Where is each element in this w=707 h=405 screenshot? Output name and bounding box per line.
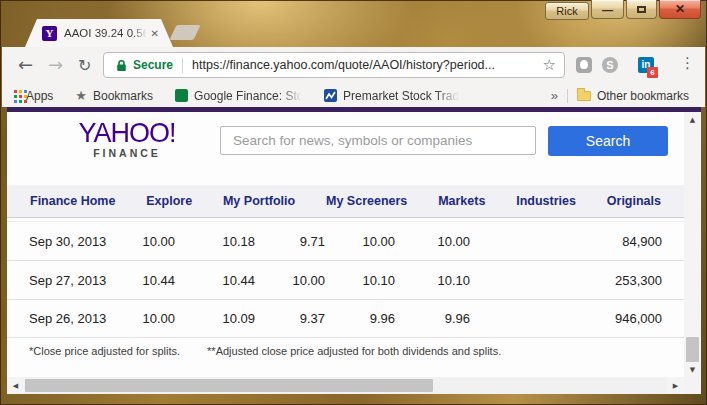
bookmarks-divider [567,89,568,103]
close-button[interactable]: ✕ [659,0,701,19]
footnote-adjusted: **Adjusted close price adjusted for both… [207,345,501,357]
cell-close: 9.96 [325,311,395,326]
address-bar[interactable]: Secure https://finance.yahoo.com/quote/A… [103,52,565,78]
finance-wordmark: FINANCE [69,147,185,159]
history-table: Sep 30, 2013 10.00 10.18 9.71 10.00 10.0… [7,221,684,338]
profile-button[interactable]: Rick [545,2,589,20]
cell-low: 10.00 [255,273,325,288]
cell-close: 10.10 [325,273,395,288]
refresh-icon[interactable]: ↻ [78,56,91,76]
bookmark-bookmarks[interactable]: Bookmarks [93,89,153,103]
back-icon[interactable]: ← [18,55,33,75]
tab-close-icon[interactable]: ✕ [151,28,159,39]
minimize-button[interactable]: — [591,0,624,19]
premarket-icon [324,89,337,102]
scroll-left-icon[interactable]: ◀ [7,377,24,394]
cell-close: 10.00 [325,234,395,249]
maximize-button[interactable] [626,0,657,19]
bookmark-apps[interactable]: Apps [26,89,53,103]
bookmark-premarket[interactable]: Premarket Stock Trad [343,89,459,103]
yahoo-favicon-icon: Y [42,26,57,41]
chrome-menu-icon[interactable]: ⋮ [680,54,695,72]
cell-date: Sep 30, 2013 [29,234,136,249]
cell-open: 10.44 [136,273,175,288]
notification-badge: 6 [647,67,658,78]
table-row: Sep 30, 2013 10.00 10.18 9.71 10.00 10.0… [7,221,684,260]
cell-adj-close: 10.10 [395,273,470,288]
secure-label: Secure [133,58,173,72]
nav-explore[interactable]: Explore [146,194,192,208]
yahoo-wordmark: YAHOO! [69,118,185,147]
browser-tab[interactable]: Y AAOI 39.24 0.56 1.44% : A ✕ [25,19,173,47]
google-finance-icon [175,89,188,102]
maximize-icon [637,6,646,13]
cell-volume: 946,000 [470,311,662,326]
cell-open: 10.00 [136,311,175,326]
new-tab-button[interactable] [170,25,201,40]
vertical-scrollbar[interactable]: ▲ ▼ [684,112,701,377]
nav-my-screeners[interactable]: My Screeners [326,194,407,208]
cell-high: 10.09 [175,311,255,326]
scrollbar-corner [684,377,701,394]
lock-icon [116,59,127,72]
nav-originals[interactable]: Originals [607,194,661,208]
bookmarks-bar: Apps ★ Bookmarks Google Finance: Stoc Pr… [2,84,705,107]
table-row: Sep 27, 2013 10.44 10.44 10.00 10.10 10.… [7,260,684,299]
table-row: Sep 26, 2013 10.00 10.09 9.37 9.96 9.96 … [7,299,684,338]
vertical-scroll-thumb[interactable] [686,337,699,363]
nav-finance-home[interactable]: Finance Home [30,194,115,208]
footnote-splits: *Close price adjusted for splits. [29,345,180,357]
cell-volume: 84,900 [470,234,662,249]
cell-date: Sep 26, 2013 [29,311,136,326]
cell-adj-close: 9.96 [395,311,470,326]
finance-nav: Finance Home Explore My Portfolio My Scr… [7,185,684,218]
cell-adj-close: 10.00 [395,234,470,249]
browser-chrome: ← → ↻ Secure https://finance.yahoo.com/q… [2,47,705,107]
bookmarks-overflow-icon[interactable]: » [551,88,558,103]
bookmark-google-finance[interactable]: Google Finance: Stoc [194,89,302,103]
cell-low: 9.37 [255,311,325,326]
yahoo-finance-logo[interactable]: YAHOO! FINANCE [69,119,185,159]
minimize-icon: — [602,4,613,18]
url-text[interactable]: https://finance.yahoo.com/quote/AAOI/his… [192,58,543,72]
cell-low: 9.71 [255,234,325,249]
close-icon: ✕ [675,2,685,16]
cell-high: 10.44 [175,273,255,288]
cell-volume: 253,300 [470,273,662,288]
apps-grid-icon [14,90,17,93]
other-bookmarks[interactable]: Other bookmarks [597,89,689,103]
horizontal-scrollbar[interactable]: ◀ ▶ [7,377,684,394]
omnibox-divider [182,58,183,73]
forward-icon[interactable]: → [48,55,63,75]
extension-icon[interactable] [576,57,592,73]
page-viewport: YAHOO! FINANCE Search Finance Home Explo… [7,107,701,394]
folder-icon [577,91,591,101]
nav-my-portfolio[interactable]: My Portfolio [223,194,295,208]
table-footnotes: *Close price adjusted for splits. **Adju… [29,345,501,357]
nav-markets[interactable]: Markets [438,194,485,208]
scroll-up-icon[interactable]: ▲ [684,112,701,127]
linkedin-extension-icon[interactable]: in 6 [638,57,654,73]
cell-open: 10.00 [136,234,175,249]
search-button[interactable]: Search [548,126,668,156]
horizontal-scroll-thumb[interactable] [25,379,433,392]
search-input[interactable] [220,126,536,155]
yahoo-header-bar [7,107,701,112]
star-icon: ★ [75,88,87,103]
cell-date: Sep 27, 2013 [29,273,136,288]
bookmark-star-icon[interactable]: ☆ [543,56,556,74]
scroll-right-icon[interactable]: ▶ [667,377,684,394]
scroll-down-icon[interactable]: ▼ [684,362,701,377]
nav-industries[interactable]: Industries [516,194,576,208]
skype-extension-icon[interactable]: S [602,57,618,73]
cell-high: 10.18 [175,234,255,249]
tab-title: AAOI 39.24 0.56 1.44% : A [64,27,147,39]
